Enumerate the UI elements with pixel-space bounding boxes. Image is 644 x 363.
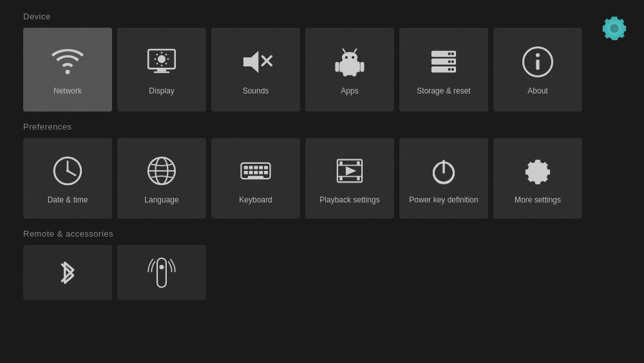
settings-gear-icon[interactable] <box>598 12 631 45</box>
film-icon <box>332 153 368 189</box>
wifi-icon <box>50 44 86 80</box>
network-label: Network <box>53 86 82 95</box>
svg-line-23 <box>354 49 356 52</box>
svg-rect-3 <box>154 72 169 74</box>
svg-line-9 <box>156 54 158 55</box>
svg-point-38 <box>536 54 540 57</box>
preferences-section: Preferences Date & time <box>23 122 621 219</box>
keyboard-label: Keyboard <box>239 195 272 204</box>
display-icon <box>144 44 180 80</box>
sounds-label: Sounds <box>243 86 269 95</box>
svg-point-0 <box>610 24 619 33</box>
svg-point-20 <box>345 56 348 59</box>
tile-bluetooth[interactable] <box>23 245 112 300</box>
svg-line-11 <box>166 54 167 55</box>
remote-control-icon <box>144 255 180 291</box>
device-grid: Network <box>23 28 621 112</box>
display-label: Display <box>149 86 174 95</box>
power-icon <box>426 153 462 189</box>
apps-label: Apps <box>341 86 358 95</box>
svg-point-31 <box>451 52 454 55</box>
svg-line-12 <box>156 63 158 64</box>
svg-rect-58 <box>248 175 263 178</box>
globe-icon <box>144 153 180 189</box>
svg-rect-54 <box>249 171 253 174</box>
svg-point-32 <box>448 52 451 55</box>
more-settings-label: More settings <box>515 195 561 204</box>
clock-icon <box>50 153 86 189</box>
tile-keyboard[interactable]: Keyboard <box>211 138 300 219</box>
svg-point-70 <box>160 264 164 269</box>
svg-rect-51 <box>259 166 263 169</box>
svg-rect-65 <box>357 176 359 180</box>
tile-storage-reset[interactable]: Storage & reset <box>399 28 488 112</box>
svg-rect-63 <box>357 161 359 165</box>
svg-point-21 <box>352 56 354 59</box>
apps-icon <box>332 44 368 80</box>
device-section-label: Device <box>23 12 621 21</box>
tile-remote-control[interactable] <box>117 245 206 300</box>
language-label: Language <box>144 195 178 204</box>
svg-rect-24 <box>335 62 339 72</box>
tile-apps[interactable]: Apps <box>305 28 394 112</box>
svg-rect-52 <box>264 166 268 169</box>
svg-rect-62 <box>339 161 342 165</box>
sounds-icon <box>238 44 274 80</box>
svg-rect-56 <box>259 171 263 174</box>
gear-settings-icon <box>520 153 556 189</box>
svg-rect-55 <box>254 171 258 174</box>
svg-rect-25 <box>360 62 364 72</box>
tile-network[interactable]: Network <box>23 28 112 112</box>
svg-rect-53 <box>244 171 248 174</box>
svg-marker-66 <box>346 166 356 175</box>
bluetooth-icon <box>50 255 86 291</box>
svg-rect-39 <box>536 60 539 70</box>
power-key-label: Power key definition <box>409 195 478 204</box>
svg-rect-49 <box>249 166 253 169</box>
preferences-grid: Date & time Language <box>23 138 621 219</box>
svg-point-33 <box>451 60 454 63</box>
svg-rect-2 <box>157 68 166 71</box>
info-icon <box>520 44 556 80</box>
svg-rect-69 <box>157 258 166 287</box>
tile-power-key[interactable]: Power key definition <box>399 138 488 219</box>
svg-rect-64 <box>339 176 342 180</box>
svg-point-19 <box>342 52 357 63</box>
storage-icon <box>426 44 462 80</box>
device-section: Device Network <box>23 12 621 112</box>
preferences-section-label: Preferences <box>23 122 621 132</box>
svg-rect-57 <box>264 171 268 174</box>
svg-line-22 <box>343 49 345 52</box>
date-time-label: Date & time <box>48 195 88 204</box>
remote-section-label: Remote & accessories <box>23 229 621 239</box>
svg-point-43 <box>66 169 69 172</box>
svg-point-36 <box>448 68 451 71</box>
tile-display[interactable]: Display <box>117 28 206 112</box>
svg-rect-50 <box>254 166 258 169</box>
tile-about[interactable]: About <box>493 28 582 112</box>
keyboard-icon <box>238 153 274 189</box>
about-label: About <box>527 86 547 95</box>
svg-line-10 <box>166 63 167 64</box>
svg-marker-13 <box>243 51 258 74</box>
tile-more-settings[interactable]: More settings <box>493 138 582 219</box>
tile-sounds[interactable]: Sounds <box>211 28 300 112</box>
svg-point-34 <box>448 60 451 63</box>
svg-rect-27 <box>352 72 356 77</box>
remote-grid <box>23 245 621 300</box>
tile-playback-settings[interactable]: Playback settings <box>305 138 394 219</box>
tile-date-time[interactable]: Date & time <box>23 138 112 219</box>
playback-settings-label: Playback settings <box>319 195 379 204</box>
tile-language[interactable]: Language <box>117 138 206 219</box>
svg-point-35 <box>451 68 454 71</box>
svg-rect-26 <box>343 72 348 77</box>
svg-rect-18 <box>339 64 359 70</box>
remote-section: Remote & accessories <box>23 229 621 300</box>
svg-rect-48 <box>244 166 248 169</box>
storage-reset-label: Storage & reset <box>417 86 470 95</box>
svg-point-4 <box>158 55 166 63</box>
